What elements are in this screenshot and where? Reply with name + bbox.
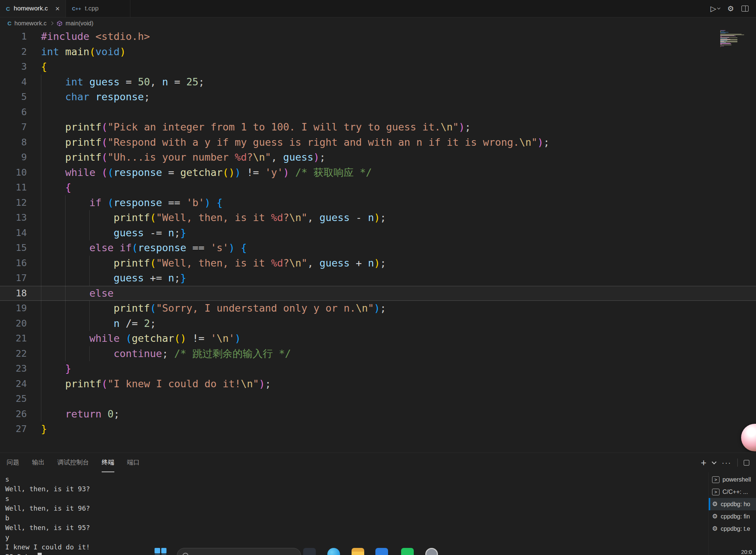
terminal-list-item[interactable]: ⚙cppdbg: fin xyxy=(709,510,756,523)
panel-tab-debug-console[interactable]: 调试控制台 xyxy=(57,453,89,472)
breadcrumb-symbol[interactable]: main(void) xyxy=(66,20,93,27)
line-number[interactable]: 4 xyxy=(0,75,27,90)
code-line-3[interactable]: 3{ xyxy=(0,59,756,75)
line-number[interactable]: 6 xyxy=(0,105,27,120)
code-text: printf("Uh...is your number %d?\n", gues… xyxy=(27,150,325,165)
code-line-27[interactable]: 27} xyxy=(0,422,756,437)
breadcrumb-file[interactable]: homework.c xyxy=(15,20,47,27)
line-number[interactable]: 25 xyxy=(0,391,27,407)
line-number[interactable]: 23 xyxy=(0,361,27,376)
line-number[interactable]: 3 xyxy=(0,59,27,75)
code-line-20[interactable]: 20 n /= 2; xyxy=(0,316,756,331)
code-line-10[interactable]: 10 while ((response = getchar()) != 'y')… xyxy=(0,165,756,180)
code-text: if (response == 'b') { xyxy=(27,195,223,211)
line-number[interactable]: 22 xyxy=(0,346,27,362)
terminal-list-label: cppdbg: t.e xyxy=(721,526,750,532)
debug-gear-icon: ⚙ xyxy=(712,526,718,532)
terminal-list-item[interactable]: ⚙cppdbg: ho xyxy=(709,498,756,510)
line-number[interactable]: 17 xyxy=(0,271,27,286)
line-number[interactable]: 20 xyxy=(0,316,27,331)
code-line-4[interactable]: 4 int guess = 50, n = 25; xyxy=(0,75,756,90)
debug-gear-icon: ⚙ xyxy=(712,513,718,520)
terminal-line: s xyxy=(5,474,708,484)
code-line-6[interactable]: 6 xyxy=(0,105,756,120)
line-number[interactable]: 9 xyxy=(0,150,27,165)
line-number[interactable]: 24 xyxy=(0,376,27,392)
taskbar-app-icon[interactable] xyxy=(375,548,388,555)
taskbar-app-icon[interactable] xyxy=(303,548,316,555)
code-line-22[interactable]: 22 continue; /* 跳过剩余的输入行 */ xyxy=(0,346,756,362)
terminal-line: s xyxy=(5,494,708,504)
close-icon[interactable]: × xyxy=(55,5,60,12)
code-line-13[interactable]: 13 printf("Well, then, is it %d?\n", gue… xyxy=(0,210,756,226)
line-number[interactable]: 16 xyxy=(0,256,27,271)
terminal-list-item[interactable]: ⚙cppdbg: t.e xyxy=(709,523,756,535)
terminal-icon: > xyxy=(712,476,720,483)
panel-header: 问题输出调试控制台终端端口 + ··· xyxy=(0,453,756,472)
new-terminal-button[interactable]: + xyxy=(701,458,706,467)
code-line-15[interactable]: 15 else if(response == 's') { xyxy=(0,240,756,256)
terminal-dropdown-chevron-icon[interactable] xyxy=(712,460,717,464)
line-number[interactable]: 26 xyxy=(0,407,27,422)
terminal-list-item[interactable]: >C/C++: ... xyxy=(709,486,756,498)
code-line-21[interactable]: 21 while (getchar() != '\n') xyxy=(0,331,756,346)
terminal-output[interactable]: sWell, then, is it 93?sWell, then, is it… xyxy=(0,472,708,555)
line-number[interactable]: 12 xyxy=(0,195,27,211)
panel-tab-output[interactable]: 输出 xyxy=(32,453,45,472)
code-area[interactable]: 1#include <stdio.h>2int main(void)3{4 in… xyxy=(0,29,756,452)
windows-start-icon[interactable] xyxy=(155,548,166,555)
minimap[interactable] xyxy=(720,30,746,47)
split-editor-icon xyxy=(741,6,749,12)
panel-tab-terminal[interactable]: 终端 xyxy=(102,453,114,472)
code-editor[interactable]: 1#include <stdio.h>2int main(void)3{4 in… xyxy=(0,29,756,452)
code-line-26[interactable]: 26 return 0; xyxy=(0,407,756,422)
c-file-icon: C xyxy=(6,6,10,12)
line-number[interactable]: 8 xyxy=(0,135,27,150)
line-number[interactable]: 27 xyxy=(0,422,27,437)
run-debug-button[interactable]: ▷ xyxy=(711,4,720,13)
code-line-24[interactable]: 24 printf("I knew I could do it!\n"); xyxy=(0,376,756,392)
code-text: } xyxy=(27,422,47,437)
code-line-1[interactable]: 1#include <stdio.h> xyxy=(0,29,756,44)
split-editor-button[interactable] xyxy=(741,6,749,12)
tab-homework-c[interactable]: C homework.c × xyxy=(0,0,66,17)
taskbar-clock[interactable]: 20:0 xyxy=(741,549,752,555)
line-number[interactable]: 7 xyxy=(0,120,27,135)
code-line-8[interactable]: 8 printf("Respond with a y if my guess i… xyxy=(0,135,756,150)
code-line-9[interactable]: 9 printf("Uh...is your number %d?\n", gu… xyxy=(0,150,756,165)
code-line-14[interactable]: 14 guess -= n;} xyxy=(0,226,756,241)
line-number[interactable]: 1 xyxy=(0,29,27,44)
panel-tab-problems[interactable]: 问题 xyxy=(7,453,19,472)
taskbar-explorer-icon[interactable] xyxy=(352,548,364,555)
code-line-23[interactable]: 23 } xyxy=(0,361,756,376)
line-number[interactable]: 21 xyxy=(0,331,27,346)
code-line-25[interactable]: 25 xyxy=(0,391,756,407)
taskbar-wechat-icon[interactable] xyxy=(401,548,414,555)
taskbar-search-box[interactable] xyxy=(177,548,301,555)
line-number[interactable]: 2 xyxy=(0,44,27,60)
code-line-19[interactable]: 19 printf("Sorry, I understand only y or… xyxy=(0,301,756,316)
settings-gear-button[interactable]: ⚙ xyxy=(727,4,734,13)
code-line-11[interactable]: 11 { xyxy=(0,180,756,195)
line-number[interactable]: 13 xyxy=(0,210,27,226)
line-number[interactable]: 14 xyxy=(0,226,27,241)
line-number[interactable]: 19 xyxy=(0,301,27,316)
code-line-17[interactable]: 17 guess += n;} xyxy=(0,271,756,286)
more-actions-icon[interactable]: ··· xyxy=(722,458,731,467)
line-number[interactable]: 15 xyxy=(0,240,27,256)
panel-tab-ports[interactable]: 端口 xyxy=(127,453,140,472)
code-line-2[interactable]: 2int main(void) xyxy=(0,44,756,60)
code-line-12[interactable]: 12 if (response == 'b') { xyxy=(0,195,756,211)
tab-t-cpp[interactable]: C++ t.cpp xyxy=(66,0,130,17)
maximize-panel-icon[interactable] xyxy=(744,460,749,466)
code-line-18[interactable]: 18 else xyxy=(0,286,756,301)
line-number[interactable]: 5 xyxy=(0,89,27,105)
code-line-7[interactable]: 7 printf("Pick an integer from 1 to 100.… xyxy=(0,120,756,135)
line-number[interactable]: 10 xyxy=(0,165,27,180)
terminal-cursor xyxy=(38,553,42,555)
terminal-list-item[interactable]: >powershell xyxy=(709,473,756,486)
line-number[interactable]: 18 xyxy=(0,286,27,301)
code-line-16[interactable]: 16 printf("Well, then, is it %d?\n", gue… xyxy=(0,256,756,271)
code-line-5[interactable]: 5 char response; xyxy=(0,89,756,105)
line-number[interactable]: 11 xyxy=(0,180,27,195)
